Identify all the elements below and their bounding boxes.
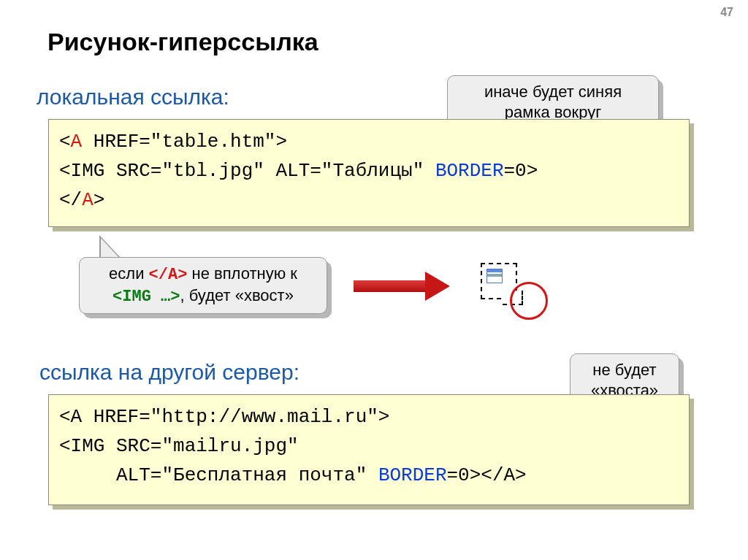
code-text: </A> xyxy=(481,464,526,486)
arrow-head xyxy=(425,272,450,301)
callout-text: не вплотную к xyxy=(187,264,297,283)
code-text: ALT="Бесплатная почта" xyxy=(59,464,378,486)
code-line: <A HREF="table.htm"> xyxy=(59,127,679,156)
broken-image-icon xyxy=(486,269,503,283)
arrow-icon xyxy=(354,273,456,299)
callout-text: , будет «хвост» xyxy=(180,286,294,304)
code-text: > xyxy=(94,189,105,211)
section-remote-link: ссылка на другой сервер: xyxy=(39,360,299,385)
tail-example-illustration xyxy=(478,260,558,326)
callout-tail xyxy=(101,238,120,258)
code-text: < xyxy=(59,131,71,153)
callout-tail-note: если </A> не вплотную к <IMG …>, будет «… xyxy=(79,257,327,314)
code-block-remote: <A HREF="http://www.mail.ru"> <IMG SRC="… xyxy=(48,394,690,505)
code-line: <IMG SRC="tbl.jpg" ALT="Таблицы" BORDER=… xyxy=(59,156,679,185)
code-attr-border: BORDER xyxy=(378,464,447,486)
code-attr-border: BORDER xyxy=(435,160,504,182)
callout-text: если xyxy=(109,264,148,283)
code-tag-a: A xyxy=(71,131,83,153)
callout-text: не будет xyxy=(592,361,656,379)
page-title: Рисунок-гиперссылка xyxy=(47,28,318,56)
code-line: </A> xyxy=(59,185,679,215)
section-local-link: локальная ссылка: xyxy=(37,85,229,110)
code-text: </ xyxy=(59,189,82,211)
code-text: <IMG SRC="tbl.jpg" ALT="Таблицы" xyxy=(59,160,435,182)
arrow-stem xyxy=(354,280,427,292)
code-text: HREF="table.htm"> xyxy=(82,131,287,153)
code-text: =0> xyxy=(447,464,481,486)
callout-text: иначе будет синяя xyxy=(484,83,622,101)
code-line: <A HREF="http://www.mail.ru"> xyxy=(59,402,679,431)
code-block-local: <A HREF="table.htm"> <IMG SRC="tbl.jpg" … xyxy=(48,119,690,227)
code-line: ALT="Бесплатная почта" BORDER=0></A> xyxy=(59,461,679,490)
code-text: =0> xyxy=(504,160,538,182)
code-inline: <IMG …> xyxy=(112,288,180,306)
code-line: <IMG SRC="mailru.jpg" xyxy=(59,431,679,461)
code-tag-a-close: A xyxy=(82,189,94,211)
code-inline: </A> xyxy=(149,266,188,284)
highlight-circle-icon xyxy=(510,282,548,320)
page-number: 47 xyxy=(720,6,733,19)
